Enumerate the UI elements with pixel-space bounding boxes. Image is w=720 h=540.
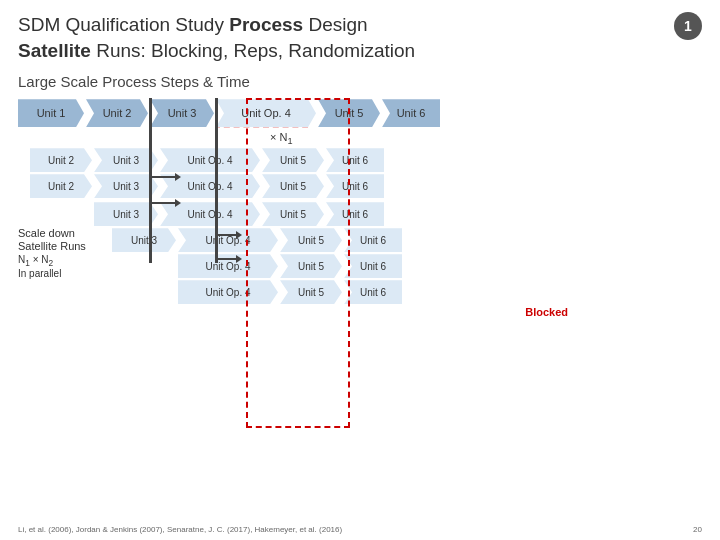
sub-row-6-wrapper: Unit Op. 4 Unit 5 Unit 6 [18, 280, 698, 304]
citation-text: Li, et al. (2006), Jordan & Jenkins (200… [18, 525, 342, 534]
sub5-unit5: Unit 5 [280, 254, 342, 278]
sub-row-5-wrapper: N1 × N2In parallel Unit Op. 4 Unit 5 Uni… [18, 254, 698, 278]
sub-row-2: Unit 2 Unit 3 Unit Op. 4 Unit 5 Unit 6 [18, 174, 698, 198]
sub4-unitop4: Unit Op. 4 [178, 228, 278, 252]
vbar-after-unit2 [149, 98, 152, 263]
sub6-unitop4: Unit Op. 4 [178, 280, 278, 304]
sub2-unit5: Unit 5 [262, 174, 324, 198]
harrow-2 [152, 202, 176, 204]
sub-row-3: Unit 3 Unit Op. 4 Unit 5 Unit 6 [18, 202, 698, 226]
sub2-unit2: Unit 2 [30, 174, 92, 198]
unit2-header: Unit 2 [86, 99, 148, 127]
harrow-1 [152, 176, 176, 178]
sub4-unit3: Unit 3 [112, 228, 176, 252]
vbar-before-unitop4 [215, 98, 218, 263]
blocked-row: Blocked [18, 306, 698, 318]
sub3-unit5: Unit 5 [262, 202, 324, 226]
slide-number: 1 [674, 12, 702, 40]
harrow-3 [215, 234, 237, 236]
unit6-header: Unit 6 [382, 99, 440, 127]
unit3-header: Unit 3 [150, 99, 214, 127]
sub4-unit5: Unit 5 [280, 228, 342, 252]
unitop4-header: Unit Op. 4 [216, 99, 316, 127]
sub1-unit6: Unit 6 [326, 148, 384, 172]
main-header-row: Unit 1 Unit 2 Unit 3 Unit Op. 4 Unit 5 U… [18, 98, 698, 128]
scale-down-label: Scale downSatellite Runs [18, 227, 108, 253]
sub-row-1: Unit 2 Unit 3 Unit Op. 4 Unit 5 Unit 6 [18, 148, 698, 172]
unit5-header: Unit 5 [318, 99, 380, 127]
unit1-header: Unit 1 [18, 99, 84, 127]
sub-row-4-wrapper: Scale downSatellite Runs Unit 3 Unit Op.… [18, 228, 698, 252]
sub1-unit2: Unit 2 [30, 148, 92, 172]
sub6-unit5: Unit 5 [280, 280, 342, 304]
times-n1-label: × N1 [270, 131, 293, 146]
n1n2-label: N1 × N2In parallel [18, 254, 108, 279]
header: SDM Qualification Study Process DesignSa… [18, 12, 702, 63]
section-title: Large Scale Process Steps & Time [18, 73, 702, 90]
page-number: 20 [693, 525, 702, 534]
sub3-unit6: Unit 6 [326, 202, 384, 226]
page: SDM Qualification Study Process DesignSa… [0, 0, 720, 540]
sub1-unit5: Unit 5 [262, 148, 324, 172]
sub6-unit6: Unit 6 [344, 280, 402, 304]
sub2-unit6: Unit 6 [326, 174, 384, 198]
diagram: Unit 1 Unit 2 Unit 3 Unit Op. 4 Unit 5 U… [18, 98, 698, 318]
header-title: SDM Qualification Study Process DesignSa… [18, 12, 415, 63]
blocked-label: Blocked [525, 306, 568, 318]
sub4-unit6: Unit 6 [344, 228, 402, 252]
footer: Li, et al. (2006), Jordan & Jenkins (200… [18, 525, 702, 534]
sub5-unit6: Unit 6 [344, 254, 402, 278]
title-text: SDM Qualification Study Process DesignSa… [18, 14, 415, 61]
n1-label-row: × N1 [18, 130, 698, 146]
harrow-4 [215, 258, 237, 260]
sub1-unitop4: Unit Op. 4 [160, 148, 260, 172]
